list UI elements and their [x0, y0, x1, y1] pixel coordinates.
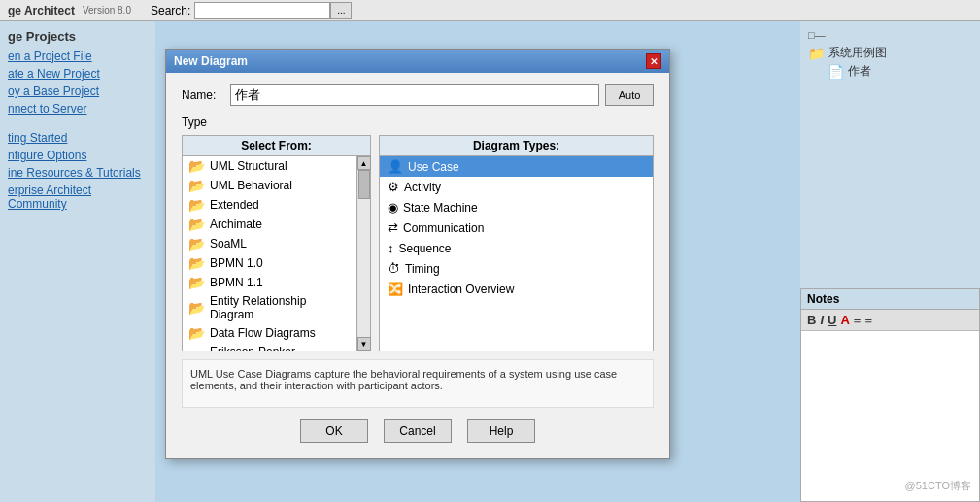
folder-icon: 📂	[188, 158, 205, 174]
sidebar-item-open[interactable]: en a Project File	[8, 50, 148, 63]
select-item-label: UML Structural	[210, 159, 287, 173]
ok-button[interactable]: OK	[300, 419, 368, 443]
tree-root-icon: 📁	[808, 46, 825, 61]
state-machine-icon: ◉	[388, 200, 398, 215]
notes-toolbar: B I U A ≡ ≡	[801, 310, 979, 331]
name-row: Name: Auto	[182, 84, 654, 106]
dialog-body: Name: Auto Type Select From: 📂 UML Struc…	[166, 73, 669, 458]
diagram-types-list: 👤 Use Case ⚙ Activity ◉ State Machine ⇄ …	[380, 156, 653, 351]
diagram-types-header: Diagram Types:	[380, 136, 653, 156]
dialog-title: New Diagram	[174, 54, 248, 68]
diagram-item-sequence[interactable]: ↕ Sequence	[380, 238, 653, 258]
select-from-panel: Select From: 📂 UML Structural 📂 UML Beha…	[182, 135, 371, 351]
diagram-item-label: Communication	[403, 221, 484, 235]
list-item[interactable]: 📂 UML Structural	[183, 156, 356, 176]
new-diagram-dialog: New Diagram ✕ Name: Auto Type Select Fro…	[165, 49, 670, 459]
select-item-label: Archimate	[210, 218, 262, 231]
folder-icon: 📂	[188, 236, 205, 251]
cancel-button[interactable]: Cancel	[384, 419, 452, 443]
underline-button[interactable]: U	[828, 313, 836, 327]
diagram-item-label: Sequence	[399, 242, 452, 255]
notes-title: Notes	[801, 289, 979, 310]
search-input[interactable]	[194, 2, 330, 19]
watermark: @51CTO博客	[905, 479, 971, 493]
projects-section: ge Projects en a Project File ate a New …	[8, 29, 148, 116]
folder-icon: 📂	[188, 217, 205, 232]
diagram-item-timing[interactable]: ⏱ Timing	[380, 258, 653, 279]
sidebar-item-community[interactable]: erprise Architect Community	[8, 184, 148, 211]
sidebar-item-resources[interactable]: ine Resources & Tutorials	[8, 166, 148, 180]
dialog-close-button[interactable]: ✕	[646, 53, 661, 69]
select-item-label: UML Behavioral	[210, 179, 292, 192]
list1-button[interactable]: ≡	[854, 313, 862, 327]
sidebar-item-create[interactable]: ate a New Project	[8, 67, 148, 81]
help-button[interactable]: Help	[467, 419, 535, 443]
dialog-titlebar: New Diagram ✕	[166, 50, 669, 73]
folder-icon: 📂	[188, 255, 205, 271]
diagram-item-state-machine[interactable]: ◉ State Machine	[380, 197, 653, 218]
type-label: Type	[182, 116, 654, 129]
tree-root-label: 系统用例图	[828, 45, 887, 61]
tree-root: 📁 系统用例图	[808, 45, 972, 61]
scroll-track	[358, 170, 370, 337]
font-color-button[interactable]: A	[840, 313, 849, 327]
bold-button[interactable]: B	[807, 313, 816, 327]
tree-child-label: 作者	[848, 63, 871, 80]
select-item-label: Eriksson-Penker Extensions	[210, 345, 351, 351]
scroll-down-arrow[interactable]: ▼	[357, 337, 371, 351]
left-sidebar: ge Projects en a Project File ate a New …	[0, 21, 155, 502]
diagram-types-panel: Diagram Types: 👤 Use Case ⚙ Activity ◉ S…	[379, 135, 654, 351]
folder-icon: 📂	[188, 275, 205, 290]
right-panel: □— 📁 系统用例图 📄 作者 Notes B I U A ≡ ≡ @51CTO…	[800, 21, 980, 502]
list-item[interactable]: 📂 Eriksson-Penker Extensions	[183, 343, 356, 351]
scroll-thumb[interactable]	[358, 170, 370, 199]
tree-view: □— 📁 系统用例图 📄 作者	[808, 29, 972, 80]
folder-icon: 📂	[188, 178, 205, 193]
activity-icon: ⚙	[388, 180, 399, 194]
select-from-scrollbar[interactable]: ▲ ▼	[356, 156, 370, 351]
tree-child: 📄 作者	[828, 63, 972, 80]
name-input[interactable]	[230, 84, 599, 106]
select-from-header: Select From:	[183, 136, 370, 156]
diagram-item-label: Use Case	[408, 160, 459, 174]
scroll-up-arrow[interactable]: ▲	[357, 156, 371, 170]
sidebar-item-configure[interactable]: nfigure Options	[8, 149, 148, 162]
italic-button[interactable]: I	[820, 313, 824, 327]
sidebar-item-connect[interactable]: nnect to Server	[8, 102, 148, 116]
list-item[interactable]: 📂 Archimate	[183, 215, 356, 234]
projects-title: ge Projects	[8, 29, 148, 44]
diagram-item-interaction[interactable]: 🔀 Interaction Overview	[380, 279, 653, 299]
communication-icon: ⇄	[388, 220, 398, 235]
name-label: Name:	[182, 88, 230, 102]
diagram-item-label: State Machine	[403, 201, 478, 215]
list-item[interactable]: 📂 BPMN 1.1	[183, 273, 356, 292]
folder-icon: 📂	[188, 197, 205, 213]
list-item[interactable]: 📂 Entity Relationship Diagram	[183, 292, 356, 323]
panels-row: Select From: 📂 UML Structural 📂 UML Beha…	[182, 135, 654, 351]
tree-child-icon: 📄	[828, 64, 844, 80]
list-item[interactable]: 📂 BPMN 1.0	[183, 253, 356, 273]
select-item-label: BPMN 1.0	[210, 256, 263, 270]
app-title: ge Architect	[8, 4, 75, 17]
list-item[interactable]: 📂 UML Behavioral	[183, 176, 356, 195]
search-button[interactable]: ...	[330, 2, 352, 19]
select-item-label: SoaML	[210, 237, 247, 251]
select-from-list: 📂 UML Structural 📂 UML Behavioral 📂 Exte…	[183, 156, 356, 351]
sidebar-item-deploy[interactable]: oy a Base Project	[8, 84, 148, 98]
select-item-label: Data Flow Diagrams	[210, 326, 316, 340]
diagram-item-activity[interactable]: ⚙ Activity	[380, 177, 653, 197]
folder-icon: 📂	[188, 325, 205, 341]
resources-section: ting Started nfigure Options ine Resourc…	[8, 131, 148, 211]
diagram-item-use-case[interactable]: 👤 Use Case	[380, 156, 653, 177]
list-item[interactable]: 📂 SoaML	[183, 234, 356, 253]
dialog-footer: OK Cancel Help	[182, 419, 654, 447]
list-item[interactable]: 📂 Extended	[183, 195, 356, 215]
list-item[interactable]: 📂 Data Flow Diagrams	[183, 323, 356, 343]
app-version: Version 8.0	[83, 5, 131, 16]
auto-button[interactable]: Auto	[605, 84, 654, 106]
select-item-label: Entity Relationship Diagram	[210, 294, 351, 321]
list2-button[interactable]: ≡	[864, 313, 872, 327]
diagram-item-label: Activity	[404, 181, 441, 194]
diagram-item-communication[interactable]: ⇄ Communication	[380, 218, 653, 238]
sidebar-item-getting-started[interactable]: ting Started	[8, 131, 148, 145]
